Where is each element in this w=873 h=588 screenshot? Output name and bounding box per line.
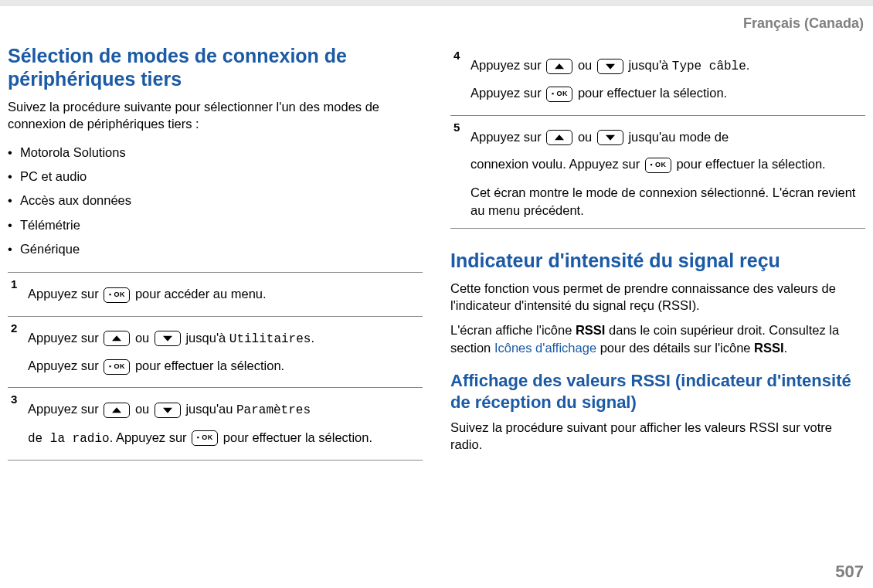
menu-label: Type câble [672, 59, 746, 73]
text: pour effectuer la sélection. [676, 157, 825, 171]
down-button-icon [155, 331, 181, 346]
step-number: 5 [453, 121, 460, 134]
text: Appuyez sur [470, 86, 545, 100]
rssi-title: Indicateur d'intensité du signal reçu [450, 249, 865, 272]
page: Français (Canada) Sélection de modes de … [0, 6, 873, 588]
rssi2-p1: Suivez la procédure suivant pour affiche… [450, 419, 865, 454]
left-column: Sélection de modes de connexion de périp… [8, 44, 423, 461]
menu-label: Paramètres [236, 403, 311, 417]
menu-label: Utilitaires [229, 332, 311, 346]
text: . [311, 331, 314, 345]
text: Appuyez sur [470, 58, 545, 72]
text: pour accéder au menu. [135, 287, 267, 301]
page-number: 507 [835, 562, 864, 582]
text: . [784, 341, 788, 355]
step-text: Appuyez sur ou jusqu'au mode de [470, 125, 865, 149]
step-number: 4 [453, 49, 460, 62]
text: jusqu'à [185, 331, 229, 345]
step-number: 2 [11, 321, 17, 335]
up-button-icon [104, 331, 130, 346]
step-1: 1 Appuyez sur pour accéder au menu. [8, 272, 423, 315]
ok-button-icon [104, 359, 130, 375]
bullet-list: Motorola Solutions PC et audio Accès aux… [8, 141, 423, 262]
link-text[interactable]: Icônes d'affichage [494, 341, 596, 355]
section-title: Sélection de modes de connexion de périp… [8, 44, 423, 90]
text: pour effectuer la sélection. [578, 86, 727, 100]
text: ou [578, 58, 596, 72]
list-item: Générique [8, 237, 423, 261]
text: . Appuyez sur [110, 430, 191, 444]
bold-text: RSSI [576, 323, 606, 337]
step-text: Appuyez sur pour accéder au menu. [28, 282, 423, 306]
ok-button-icon [645, 158, 671, 173]
text: pour des détails sur l'icône [596, 341, 754, 355]
step-text: Appuyez sur ou jusqu'à Type câble. [470, 53, 865, 78]
step-text: Appuyez sur ou jusqu'à Utilitaires. [28, 326, 423, 351]
step-number: 3 [11, 393, 17, 406]
text: L'écran affiche l'icône [450, 323, 576, 337]
step-4: 4 Appuyez sur ou jusqu'à Type câble. App… [450, 44, 865, 115]
rssi2-title: Affichage des valeurs RSSI (indicateur d… [450, 370, 865, 413]
text: Appuyez sur [28, 402, 102, 416]
text: pour effectuer la sélection. [135, 359, 284, 372]
step-text: Appuyez sur ou jusqu'au Paramètres [28, 397, 423, 422]
up-button-icon [104, 403, 130, 418]
ok-button-icon [104, 287, 130, 303]
list-item: Accès aux données [8, 189, 423, 212]
step-text: Appuyez sur pour effectuer la sélection. [470, 81, 865, 105]
step-3: 3 Appuyez sur ou jusqu'au Paramètres de … [8, 387, 423, 461]
step-text: de la radio. Appuyez sur pour effectuer … [28, 426, 423, 450]
down-button-icon [597, 59, 623, 74]
text: ou [135, 331, 153, 345]
rssi-p2: L'écran affiche l'icône RSSI dans le coi… [450, 321, 865, 356]
step-text: Appuyez sur pour effectuer la sélection. [28, 354, 423, 378]
bold-text: RSSI [754, 341, 784, 355]
text: ou [135, 402, 153, 416]
text: pour effectuer la sélection. [223, 430, 372, 444]
text: Appuyez sur [28, 359, 102, 372]
text: Appuyez sur [28, 287, 102, 301]
columns: Sélection de modes de connexion de périp… [8, 44, 865, 461]
down-button-icon [155, 403, 181, 418]
up-button-icon [546, 59, 572, 74]
up-button-icon [546, 130, 572, 145]
text: jusqu'au [185, 402, 236, 416]
language-header: Français (Canada) [8, 15, 865, 32]
ok-button-icon [546, 87, 572, 102]
text: Appuyez sur [28, 331, 102, 345]
text: Appuyez sur [470, 130, 545, 144]
text: ou [578, 130, 596, 144]
step-5: 5 Appuyez sur ou jusqu'au mode de connex… [450, 115, 865, 229]
menu-label: de la radio [28, 432, 110, 446]
right-column: 4 Appuyez sur ou jusqu'à Type câble. App… [450, 44, 865, 461]
list-item: Motorola Solutions [8, 141, 423, 165]
text: jusqu'au mode de [628, 130, 729, 144]
list-item: Télémétrie [8, 213, 423, 237]
rssi-p1: Cette fonction vous permet de prendre co… [450, 280, 865, 314]
step-number: 1 [11, 277, 17, 291]
down-button-icon [597, 130, 623, 145]
text: connexion voulu. Appuyez sur [470, 157, 644, 171]
step-text: connexion voulu. Appuyez sur pour effect… [470, 152, 865, 176]
step-2: 2 Appuyez sur ou jusqu'à Utilitaires. Ap… [8, 316, 423, 388]
list-item: PC et audio [8, 165, 423, 189]
text: . [746, 58, 750, 72]
text: jusqu'à [628, 58, 671, 72]
step-note: Cet écran montre le mode de connexion sé… [470, 184, 865, 219]
ok-button-icon [192, 430, 218, 446]
intro-text: Suivez la procédure suivante pour sélect… [8, 98, 423, 133]
